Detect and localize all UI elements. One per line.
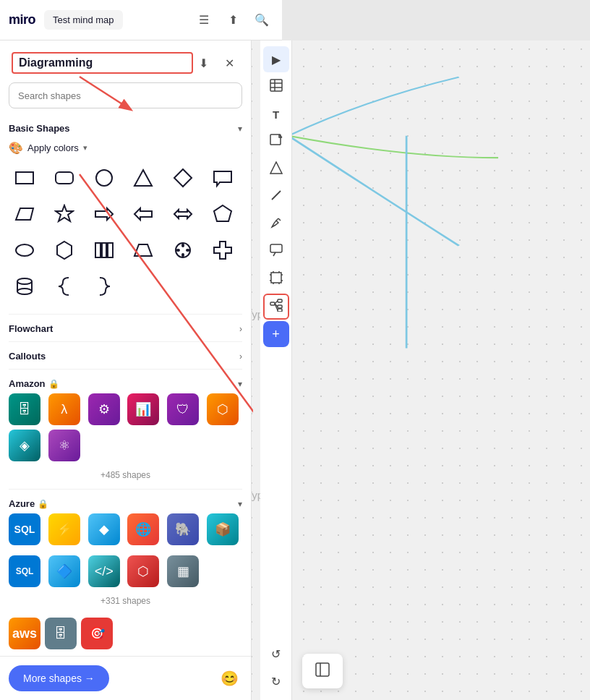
comment-button[interactable] bbox=[263, 239, 289, 265]
azure-shape-11[interactable]: ▦ bbox=[167, 555, 199, 587]
azure-shape-6[interactable]: 📦 bbox=[207, 513, 239, 545]
more-shapes-label: More shapes → bbox=[23, 673, 95, 684]
azure-shape-10[interactable]: ⬡ bbox=[127, 555, 159, 587]
basic-shapes-section-header[interactable]: Basic Shapes ▾ bbox=[9, 117, 242, 138]
table-button[interactable] bbox=[263, 74, 289, 100]
azure-shape-8[interactable]: 🔷 bbox=[48, 555, 80, 587]
shape-pentagon[interactable] bbox=[207, 198, 239, 230]
board-name[interactable]: Test mind map bbox=[44, 10, 123, 30]
diagram-button[interactable] bbox=[263, 294, 289, 320]
bottom-toolbar bbox=[302, 654, 343, 688]
azure-section-header[interactable]: Azure 🔒 ▾ bbox=[9, 492, 242, 513]
text-button[interactable]: T bbox=[263, 101, 289, 127]
shape-button[interactable] bbox=[263, 156, 289, 182]
aws-shape-2[interactable]: λ bbox=[48, 393, 80, 425]
svg-rect-46 bbox=[278, 299, 282, 302]
amazon-section-header[interactable]: Amazon 🔒 ▾ bbox=[9, 372, 242, 393]
shape-columns[interactable] bbox=[88, 234, 120, 266]
aws-bottom-2[interactable]: 🗄 bbox=[45, 618, 77, 649]
shape-parallelogram[interactable] bbox=[9, 198, 40, 230]
panel-header: Diagramming ⬇ ✕ bbox=[0, 40, 251, 82]
shape-cross[interactable] bbox=[207, 234, 239, 266]
more-shapes-button[interactable]: More shapes → bbox=[9, 665, 109, 691]
toggle-panel-button[interactable] bbox=[309, 658, 335, 684]
shape-arrow-right[interactable] bbox=[88, 198, 120, 230]
azure-chevron-icon: ▾ bbox=[238, 499, 242, 509]
callouts-section-header[interactable]: Callouts › bbox=[9, 345, 242, 366]
export-button[interactable]: ⬆ bbox=[221, 9, 244, 32]
aws-bottom-1[interactable]: aws bbox=[9, 618, 40, 649]
panel-close-button[interactable]: ✕ bbox=[219, 53, 239, 73]
callouts-title: Callouts bbox=[9, 351, 46, 362]
undo-icon: ↺ bbox=[271, 647, 281, 661]
basic-shapes-chevron-icon: ▾ bbox=[238, 124, 242, 134]
shape-icon bbox=[270, 161, 283, 177]
azure-shape-4[interactable]: 🌐 bbox=[127, 513, 159, 545]
search-input[interactable] bbox=[9, 82, 242, 108]
svg-line-33 bbox=[276, 218, 278, 221]
azure-title: Azure bbox=[9, 498, 35, 509]
shape-diamond[interactable] bbox=[167, 162, 199, 194]
flowchart-section-header[interactable]: Flowchart › bbox=[9, 317, 242, 338]
apply-colors-label: Apply colors bbox=[27, 142, 79, 153]
azure-lock-icon: 🔒 bbox=[38, 499, 48, 509]
aws-shape-3[interactable]: ⚙ bbox=[88, 393, 120, 425]
shape-rounded-rectangle[interactable] bbox=[48, 162, 80, 194]
undo-button[interactable]: ↺ bbox=[263, 641, 289, 667]
emoji-button[interactable]: 😊 bbox=[216, 665, 242, 691]
azure-shape-2[interactable]: ⚡ bbox=[48, 513, 80, 545]
redo-button[interactable]: ↻ bbox=[263, 668, 289, 694]
basic-shapes-title: Basic Shapes bbox=[9, 123, 70, 134]
svg-rect-52 bbox=[316, 663, 329, 676]
menu-button[interactable]: ☰ bbox=[192, 9, 215, 32]
aws-shape-5[interactable]: 🛡 bbox=[167, 393, 199, 425]
aws-bottom-3[interactable]: 🎯 bbox=[81, 618, 113, 649]
note-button[interactable] bbox=[263, 129, 289, 155]
pen-button[interactable] bbox=[263, 211, 289, 237]
shape-trapezoid[interactable] bbox=[127, 234, 159, 266]
panel-export-button[interactable]: ⬇ bbox=[193, 53, 213, 73]
text-icon: T bbox=[273, 108, 279, 121]
shape-hexagon[interactable] bbox=[48, 234, 80, 266]
svg-rect-36 bbox=[271, 273, 281, 283]
aws-shape-1[interactable]: 🗄 bbox=[9, 393, 40, 425]
aws-shape-4[interactable]: 📊 bbox=[127, 393, 159, 425]
aws-shape-8[interactable]: ⚛ bbox=[48, 430, 80, 461]
line-button[interactable] bbox=[263, 184, 289, 210]
search-button[interactable]: 🔍 bbox=[250, 9, 273, 32]
redo-icon: ↻ bbox=[271, 675, 281, 688]
shape-star[interactable] bbox=[48, 198, 80, 230]
shape-brace-right[interactable] bbox=[88, 270, 120, 302]
shape-callout[interactable] bbox=[207, 162, 239, 194]
shape-double-arrow[interactable] bbox=[167, 198, 199, 230]
azure-shape-1[interactable]: SQL bbox=[9, 513, 40, 545]
shapes-list: Basic Shapes ▾ 🎨 Apply colors ▾ bbox=[0, 117, 251, 656]
panel-header-icons: ⬇ ✕ bbox=[193, 53, 239, 73]
shape-oval[interactable] bbox=[9, 234, 40, 266]
cursor-button[interactable]: ▶ bbox=[263, 46, 289, 72]
aws-shape-7[interactable]: ◈ bbox=[9, 430, 40, 461]
add-button[interactable]: + bbox=[263, 321, 289, 347]
azure-more-count: +331 shapes bbox=[9, 593, 242, 612]
azure-shape-9[interactable]: </> bbox=[88, 555, 120, 587]
shape-brace-left[interactable] bbox=[48, 270, 80, 302]
menu-icon: ☰ bbox=[199, 13, 209, 27]
azure-shape-5[interactable]: 🐘 bbox=[167, 513, 199, 545]
shape-triangle[interactable] bbox=[127, 162, 159, 194]
shape-rectangle[interactable] bbox=[9, 162, 40, 194]
svg-marker-7 bbox=[174, 169, 192, 187]
shape-cylinder[interactable] bbox=[9, 270, 40, 302]
svg-point-21 bbox=[17, 278, 32, 284]
frame-button[interactable] bbox=[263, 266, 289, 292]
azure-shape-7[interactable]: SQL bbox=[9, 555, 40, 587]
diagram-panel: Diagramming ⬇ ✕ Basic Shapes ▾ 🎨 Apply c… bbox=[0, 40, 252, 700]
aws-shape-6[interactable]: ⬡ bbox=[207, 393, 239, 425]
svg-rect-35 bbox=[270, 244, 282, 252]
apply-colors-row[interactable]: 🎨 Apply colors ▾ bbox=[9, 138, 242, 162]
shape-burst[interactable] bbox=[167, 234, 199, 266]
download-icon: ⬇ bbox=[199, 56, 208, 70]
shape-circle[interactable] bbox=[88, 162, 120, 194]
azure-shape-3[interactable]: ◆ bbox=[88, 513, 120, 545]
svg-rect-47 bbox=[278, 305, 282, 308]
shape-arrow-left[interactable] bbox=[127, 198, 159, 230]
